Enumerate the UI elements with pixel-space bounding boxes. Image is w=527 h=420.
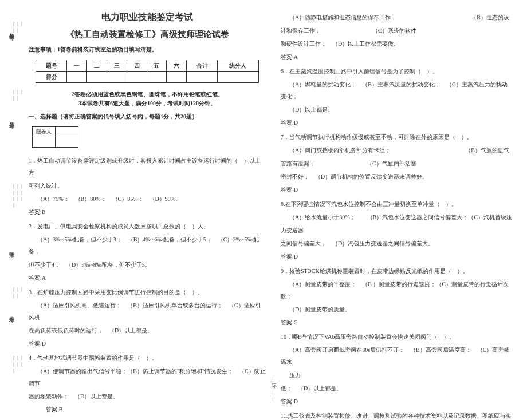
q7-opts3: 密封不好； （D）调节机构的位置反馈变送器未调整好。 xyxy=(281,171,512,183)
margin-label-2: 名签员评考 xyxy=(8,117,15,120)
q7-opts2: 管路有泄漏； （C）气缸内部活塞 xyxy=(281,157,512,169)
margin-label-3: 号证考准 xyxy=(8,247,15,249)
q8-opts: （A）给水流量小于30%； （B）汽包水位变送器之间信号偏差大；（C）汽机首级压 xyxy=(281,211,512,223)
th: 一 xyxy=(66,60,86,72)
q1-opts: （A）75%； （B）80%； （C）85%； （D）90%。 xyxy=(29,193,266,205)
td xyxy=(217,72,258,83)
notice-line: 注意事项：1答卷前将装订线左边的项目填写清楚。 xyxy=(29,46,266,54)
instruction-line: 2答卷必须用蓝色或黑色钢笔、圆珠笔，不许用铅笔或红笔。 xyxy=(29,90,266,99)
q7-opts: （A）阀门或挡板内部机务部分有卡涩； （B）气源的进气 xyxy=(281,144,512,156)
q2: 2．发电厂、供电局安全检察机构的成员人数应按职工总数的（ ）人。 xyxy=(29,220,266,232)
binding-margin: ｜｜｜｜｜ 名签长组评考 ｜｜｜｜｜ 名签员评考 ｜｜｜｜｜｜｜｜｜｜ 号证考准… xyxy=(0,0,24,420)
th: 四 xyxy=(127,60,147,72)
exam-title-1: 电力职业技能鉴定考试 xyxy=(29,11,266,23)
dash: ｜｜｜｜｜｜｜ xyxy=(11,355,24,374)
page-divider: ｜际｜｜ xyxy=(272,376,277,403)
instructions: 2答卷必须用蓝色或黑色钢笔、圆珠笔，不许用铅笔或红笔。 3本试卷共有6道大题，满… xyxy=(29,90,266,108)
exam-title-2: 《热工自动装置检修工》高级技师理论试卷 xyxy=(29,29,266,40)
q3-ans: 答案:D xyxy=(29,338,266,350)
q9-opts2: （D）测量皮带的质量。 xyxy=(281,303,512,315)
q3: 3．在炉膛压力控制回路中采用变比例调节进行控制的目的是（ ）。 xyxy=(29,286,266,298)
q10-ans: 答案:D xyxy=(281,395,512,407)
q5: 5.集散控制系统调试人员必须做好（ ）。 xyxy=(29,418,266,420)
q1-cont: 可列入统计。 xyxy=(29,180,266,192)
td: 得分 xyxy=(36,72,66,83)
q6: 6．在主蒸汽温度控制回路中引入前馈信号是为了控制（ ）。 xyxy=(281,65,512,77)
q1: 1．热工自动调节设备需评定级别或升级时，其投入累计时间占主设备运行时间的（ ）以… xyxy=(29,154,266,179)
q5-ans: 答案:A xyxy=(281,51,512,63)
score-table: 题号 一 二 三 四 五 六 合计 统分人 得分 xyxy=(36,60,258,83)
q10-opts2: 压力 xyxy=(281,369,512,381)
td xyxy=(127,72,147,83)
th: 题号 xyxy=(36,60,66,72)
q9: 9．校验STOCK给煤机称重装置时，在皮带边缘贴反光纸的作用是（ ）。 xyxy=(281,265,512,277)
q6-ans: 答案:D xyxy=(281,117,512,129)
th: 六 xyxy=(167,60,187,72)
td xyxy=(167,72,187,83)
margin-label-1: 名签长组评考 xyxy=(8,29,15,32)
td xyxy=(66,72,86,83)
q8-opts3: 之间信号偏差大； （D）汽包压力变送器之间信号偏差大。 xyxy=(281,237,512,249)
q3-opts: （A）适应引风机高、低速运行； （B）适应引风机单台或多台的运行； （C）适应引… xyxy=(29,299,266,323)
td xyxy=(56,127,78,137)
td xyxy=(86,72,107,83)
q4-ans: 答案:B xyxy=(29,403,266,415)
q10: 10．哪E些情况下VA6高压旁路自动控制装置会快速关闭阀门（ ）。 xyxy=(281,331,512,343)
th: 三 xyxy=(107,60,127,72)
q4: 4．气动基地式调节器中限幅装置的作用是（ ）。 xyxy=(29,352,266,364)
q5-opt-a: （A）防静电措施和组态信息的保存工作； （B）组态的设 xyxy=(281,11,512,23)
margin-label-4: 名姓生考 xyxy=(8,312,15,314)
q3-opts2: 在高负荷或低负荷时的运行； （D）以上都是。 xyxy=(29,324,266,336)
q9-opts: （A）测量皮带的平整度； （B ）测量皮带的行走速度；（C）测量皮带的行走循环次… xyxy=(281,278,512,302)
th: 合计 xyxy=(187,60,217,72)
td xyxy=(187,72,217,83)
right-page: ｜际｜｜ （A）防静电措施和组态信息的保存工作； （B）组态的设 计和保存工作；… xyxy=(270,0,517,420)
td xyxy=(33,137,56,148)
q2-opts2: 但不少于4； （D）5‰~8‰配备，但不少于5。 xyxy=(29,259,266,271)
dash: ｜｜｜｜｜｜｜｜｜｜ xyxy=(11,183,24,208)
td xyxy=(147,72,167,83)
q6-opts: （A）燃料量的扰动变化； （B）主蒸汽流量的扰动变化； （C）主蒸汽压力的扰动变… xyxy=(281,78,512,102)
q6-opts2: （D）以上都是。 xyxy=(281,104,512,116)
dash: ｜｜｜｜｜ xyxy=(11,89,24,101)
th: 二 xyxy=(86,60,107,72)
dash: ｜｜｜｜｜ xyxy=(11,286,24,299)
th: 五 xyxy=(147,60,167,72)
th: 统分人 xyxy=(217,60,258,72)
q8-ans: 答案:D xyxy=(281,251,512,263)
q4-opts2: 器的频繁动作； （D）以上都是。 xyxy=(29,390,266,402)
q9-ans: 答案:C xyxy=(281,316,512,328)
q10-opts: （A）高旁阀开启而低旁阀在30s后仍打不开； （B）高旁阀后温度高； （C）高旁… xyxy=(281,344,512,368)
td: 圈卷人 xyxy=(33,127,56,137)
q10-opts3: 低； （D）以上都是。 xyxy=(281,382,512,394)
q7: 7．当气动调节执行机构动作缓慢或甚至不动，可排除在外的原因是（ ）。 xyxy=(281,131,512,143)
q11: 11.热工仪表及控制装置检修、改进、调校和试验的各种技术资料以及记录数据、图纸应… xyxy=(281,410,512,420)
q8: 8.在下列哪些情况下汽包水位控制不会由三冲量切换至单冲量（ ）。 xyxy=(281,198,512,210)
q5-opt-d: 和硬件设计工作； （D）以上工作都需要做。 xyxy=(281,38,512,50)
reviewer-table: 圈卷人 xyxy=(32,126,78,148)
q2-opts: （A）3‰~5‰配备，但不少于3； （B）4‰~6‰配备，但不少于5； （C）2… xyxy=(29,233,266,257)
q8-opts2: 力变送器 xyxy=(281,224,512,236)
left-page: 电力职业技能鉴定考试 《热工自动装置检修工》高级技师理论试卷 注意事项：1答卷前… xyxy=(24,0,270,420)
td xyxy=(56,137,78,148)
q2-ans: 答案:A xyxy=(29,272,266,284)
q4-opts: （A）使调节器的输出气信号平稳；（B）防止调节器的"积分饱和"情况发生； （C）… xyxy=(29,365,266,389)
q7-ans: 答案:D xyxy=(281,184,512,196)
instruction-line: 3本试卷共有6道大题，满分100分，考试时间120分钟。 xyxy=(29,99,266,108)
q1-ans: 答案:B xyxy=(29,206,266,218)
q5-opt-c: 计和保存工作； （C）系统的软件 xyxy=(281,25,512,37)
section-1-title: 一、选择题（请将正确答案的代号填入括号内，每题1分，共20题） xyxy=(29,113,266,121)
td xyxy=(107,72,127,83)
